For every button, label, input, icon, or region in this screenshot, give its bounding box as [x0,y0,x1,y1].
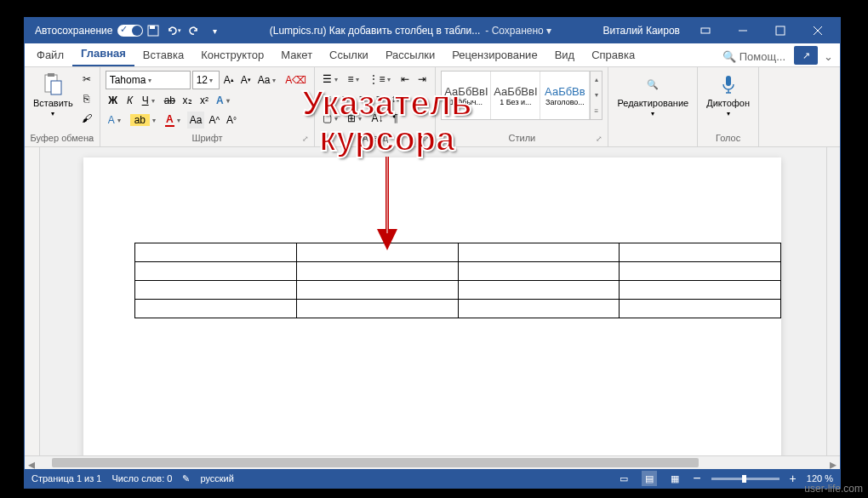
align-left-icon[interactable]: ≡ [320,90,335,107]
grow-font-icon[interactable]: A▴ [221,72,237,89]
style-normal[interactable]: АаБбВвI1 Обыч... [442,72,491,119]
ribbon-display-icon[interactable] [687,18,724,43]
font-name-select[interactable]: Tahoma▾ [106,71,191,89]
styles-gallery[interactable]: АаБбВвI1 Обыч... АаБбВвI1 Без и... АаБбВ… [441,71,602,120]
web-layout-icon[interactable]: ▦ [667,471,682,486]
svg-rect-1 [150,26,155,29]
dictate-button[interactable]: Диктофон ▾ [703,71,753,119]
microphone-icon [717,72,740,96]
font-dialog-icon[interactable]: ⤢ [302,135,309,143]
clear-format-icon[interactable]: A⌫ [283,72,309,89]
vertical-scrollbar[interactable] [826,147,840,455]
undo-icon[interactable]: ▾ [165,22,182,39]
ribbon-collapse-icon[interactable]: ⌄ [819,50,837,66]
ribbon-tabs: Файл Главная Вставка Конструктор Макет С… [25,43,840,67]
clipboard-dialog-icon[interactable]: ⤢ [88,135,94,143]
increase-indent-icon[interactable]: ⇥ [414,71,430,88]
document-area[interactable] [25,147,840,455]
enclose-char-icon[interactable]: A^ [206,112,222,129]
autosave-label: Автосохранение [35,25,112,37]
shading-icon[interactable]: ▢▾ [320,110,343,127]
autosave-toggle[interactable] [117,25,143,37]
word-count[interactable]: Число слов: 0 [111,473,172,484]
user-name[interactable]: Виталий Каиров [596,25,687,37]
cut-icon[interactable]: ✂ [79,71,94,88]
justify-icon[interactable]: ≡ [371,90,386,107]
editing-button[interactable]: 🔍 Редактирование ▾ [614,71,692,119]
page-indicator[interactable]: Страница 1 из 1 [31,473,101,484]
align-center-icon[interactable]: ≡ [337,90,352,107]
watermark: user-life.com [804,483,863,495]
bold-button[interactable]: Ж [106,92,121,109]
search-icon: 🔍 [641,72,665,96]
char-shading-icon[interactable]: Aa [187,112,205,129]
strike-button[interactable]: ab [162,92,178,109]
line-spacing-icon[interactable]: ↕≡▾ [388,90,413,107]
font-color-icon[interactable]: A▾ [163,112,186,129]
zoom-in-button[interactable]: + [790,472,797,485]
tab-insert[interactable]: Вставка [134,45,192,66]
search-help[interactable]: 🔍 Помощ... [716,47,792,66]
numbering-icon[interactable]: ≡▾ [345,71,364,88]
style-no-spacing[interactable]: АаБбВвI1 Без и... [491,72,540,119]
font-outline-icon[interactable]: A▾ [106,112,126,129]
sort-icon[interactable]: A↓ [368,110,385,127]
minimize-button[interactable] [724,18,762,43]
subscript-button[interactable]: x₂ [180,92,195,109]
tab-help[interactable]: Справка [583,45,643,66]
statusbar: Страница 1 из 1 Число слов: 0 ✎ русский … [25,469,840,488]
zoom-out-button[interactable]: − [693,471,700,486]
bullets-icon[interactable]: ☰▾ [320,71,343,88]
multilevel-icon[interactable]: ⋮≡▾ [366,71,396,88]
underline-button[interactable]: Ч▾ [140,92,160,109]
phonetic-icon[interactable]: A° [224,112,239,129]
tab-references[interactable]: Ссылки [321,45,377,66]
tab-view[interactable]: Вид [546,45,584,66]
copy-icon[interactable]: ⎘ [79,90,94,107]
zoom-slider[interactable] [711,478,779,480]
document-page[interactable] [83,157,781,455]
shrink-font-icon[interactable]: A▾ [238,72,254,89]
styles-more-icon[interactable]: ▴▾≡ [590,72,602,119]
tab-review[interactable]: Рецензирование [443,45,545,66]
paragraph-dialog-icon[interactable]: ⤢ [423,135,430,143]
change-case-icon[interactable]: Aa▾ [255,72,282,89]
maximize-button[interactable] [762,18,799,43]
horizontal-scrollbar[interactable]: ◂ ▸ [25,455,840,469]
tab-mailings[interactable]: Рассылки [377,45,443,66]
language-indicator[interactable]: русский [200,473,233,484]
align-right-icon[interactable]: ≡ [354,90,369,107]
read-mode-icon[interactable]: ▭ [616,471,631,486]
paste-button[interactable]: Вставить ▾ [30,71,77,119]
group-styles: АаБбВвI1 Обыч... АаБбВвI1 Без и... АаБбВ… [436,67,608,146]
print-layout-icon[interactable]: ▤ [642,471,657,486]
highlight-icon[interactable]: ab▾ [128,112,161,129]
table-row [135,300,781,318]
saved-state[interactable]: - Сохранено ▾ [485,25,551,37]
tab-layout[interactable]: Макет [272,45,321,66]
redo-icon[interactable] [186,22,203,39]
show-marks-icon[interactable]: ¶ [387,110,403,127]
tab-home[interactable]: Главная [72,43,134,66]
svg-rect-8 [48,73,54,77]
table-row [135,281,781,300]
styles-dialog-icon[interactable]: ⤢ [596,135,602,143]
svg-rect-10 [726,76,731,86]
tab-design[interactable]: Конструктор [192,45,272,66]
save-icon[interactable] [145,22,162,39]
text-effects-icon[interactable]: A▾ [214,92,235,109]
italic-button[interactable]: К [123,92,138,109]
superscript-button[interactable]: x² [197,92,212,109]
decrease-indent-icon[interactable]: ⇤ [397,71,413,88]
font-size-select[interactable]: 12▾ [192,71,220,89]
borders-icon[interactable]: ⊞▾ [345,110,367,127]
vertical-ruler [25,147,40,455]
spellcheck-icon[interactable]: ✎ [182,473,190,484]
share-button[interactable]: ↗ [794,46,818,65]
format-painter-icon[interactable]: 🖌 [79,110,94,127]
tab-file[interactable]: Файл [28,45,72,66]
close-button[interactable] [799,18,837,43]
qat-customize-icon[interactable]: ▾ [206,22,223,39]
document-table[interactable] [134,243,781,318]
style-heading[interactable]: АаБбВвЗаголово... [540,72,590,119]
